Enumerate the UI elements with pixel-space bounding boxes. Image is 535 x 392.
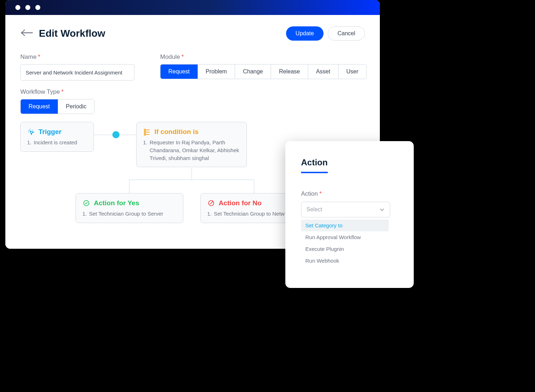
action-panel-title: Action (301, 158, 328, 173)
svg-rect-1 (144, 129, 146, 131)
name-field: Name* (20, 53, 134, 81)
action-panel: Action Action* Select Set Category toRun… (285, 141, 414, 288)
module-option-asset[interactable]: Asset (308, 65, 338, 79)
page-header: Edit Workflow Update Cancel (20, 26, 365, 41)
back-arrow-icon[interactable] (20, 29, 33, 38)
module-option-change[interactable]: Change (235, 65, 271, 79)
module-option-release[interactable]: Release (271, 65, 308, 79)
cancel-button[interactable]: Cancel (328, 26, 365, 41)
name-input[interactable] (20, 64, 134, 81)
list-item: 1.Incident is created (27, 139, 87, 146)
action-select-placeholder: Select (306, 206, 322, 213)
module-field: Module* RequestProblemChangeReleaseAsset… (160, 53, 367, 79)
module-option-request[interactable]: Request (160, 65, 198, 79)
connector-node-icon[interactable] (112, 131, 119, 138)
condition-title: If condition is (154, 128, 199, 136)
trigger-title: Trigger (39, 128, 61, 136)
window-title-bar (5, 0, 380, 15)
action-option[interactable]: Run Approval Workflow (301, 231, 389, 243)
window-control-dot[interactable] (25, 5, 30, 10)
connector-line (129, 180, 129, 193)
connector-line (254, 180, 254, 193)
module-label: Module* (160, 53, 367, 61)
page-title: Edit Workflow (39, 28, 105, 39)
window-control-dot[interactable] (35, 5, 40, 10)
action-option[interactable]: Execute Plugnin (301, 243, 389, 255)
window-control-dot[interactable] (15, 5, 20, 10)
trigger-node[interactable]: Trigger 1.Incident is created (20, 122, 94, 152)
workflow-type-field: Workflow Type* RequestPeriodic (20, 88, 95, 114)
workflow-type-option-request[interactable]: Request (21, 99, 58, 114)
connector-line (192, 168, 192, 180)
svg-rect-5 (144, 134, 146, 135)
action-yes-node[interactable]: Action for Yes 1.Set Technician Group to… (76, 193, 183, 223)
update-button[interactable]: Update (286, 26, 324, 41)
name-label: Name* (20, 53, 134, 61)
action-field-label: Action* (301, 190, 398, 197)
chevron-down-icon (379, 207, 385, 212)
module-option-user[interactable]: User (338, 65, 366, 79)
cursor-click-icon (27, 128, 35, 136)
action-select[interactable]: Select (301, 202, 390, 217)
action-option[interactable]: Set Category to (301, 220, 389, 231)
action-option[interactable]: Run Webhook (301, 255, 389, 267)
workflow-type-segmented: RequestPeriodic (20, 99, 95, 114)
svg-rect-3 (144, 131, 146, 133)
target-check-icon (82, 199, 90, 207)
workflow-type-option-periodic[interactable]: Periodic (58, 99, 95, 114)
list-item: 1.Requester In Raj Pandya, Parth Chandar… (143, 139, 240, 162)
action-options-list: Set Category toRun Approval WorkflowExec… (301, 220, 389, 267)
list-icon (143, 128, 151, 136)
connector-line (129, 180, 254, 180)
module-segmented: RequestProblemChangeReleaseAssetUser (160, 64, 367, 79)
action-no-title: Action for No (219, 199, 261, 207)
module-option-problem[interactable]: Problem (198, 65, 235, 79)
condition-node[interactable]: If condition is 1.Requester In Raj Pandy… (136, 122, 247, 167)
list-item: 1.Set Technician Group to Server (82, 210, 177, 218)
target-edit-icon (207, 199, 215, 207)
workflow-type-label: Workflow Type* (20, 88, 95, 96)
action-yes-title: Action for Yes (94, 199, 139, 207)
